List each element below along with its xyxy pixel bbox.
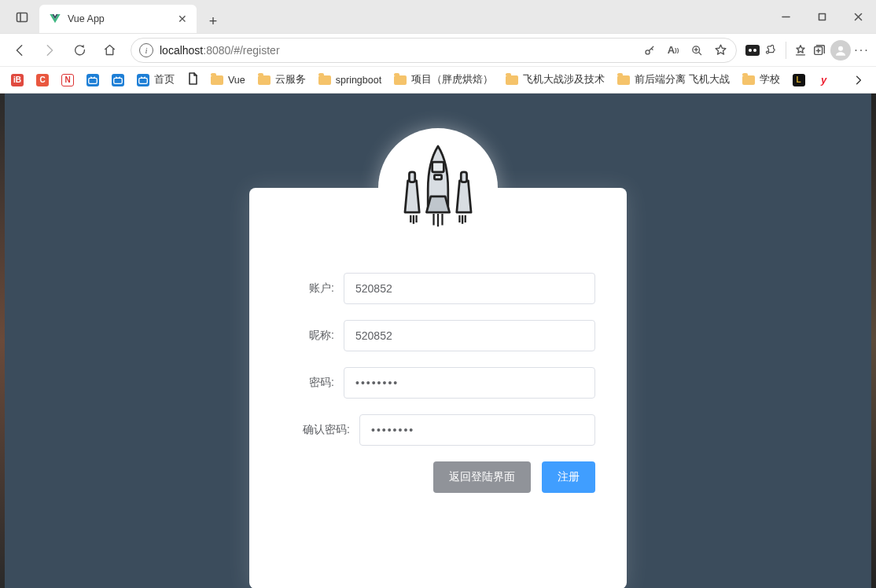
- zoom-icon[interactable]: [689, 42, 705, 58]
- confirm-password-label: 确认密码:: [281, 423, 359, 437]
- bookmark-label: springboot: [336, 75, 381, 86]
- svg-rect-0: [17, 13, 28, 22]
- bookmark-label: 首页: [154, 73, 175, 86]
- site-info-icon[interactable]: i: [139, 43, 153, 57]
- bookmark-folder-planegame[interactable]: 前后端分离 飞机大战: [613, 71, 734, 89]
- svg-rect-22: [432, 162, 444, 172]
- bookmark-icon: N: [61, 74, 74, 86]
- tab-close-icon[interactable]: ✕: [178, 13, 187, 25]
- overflow-menu-icon[interactable]: ···: [854, 42, 870, 58]
- password-input[interactable]: [344, 367, 595, 399]
- svg-rect-24: [409, 172, 414, 182]
- tab-strip-icon[interactable]: [9, 5, 35, 30]
- bookmark-folder-project[interactable]: 项目（胖虎烘焙）: [389, 71, 498, 89]
- window-maximize-button[interactable]: [804, 0, 840, 33]
- nickname-label: 昵称:: [281, 329, 344, 343]
- bookmark-folder-school[interactable]: 学校: [738, 71, 785, 89]
- toolbar-app-icon[interactable]: [745, 42, 760, 58]
- extensions-puzzle-icon[interactable]: [764, 42, 779, 58]
- register-button[interactable]: 注册: [542, 461, 595, 493]
- bookmark-item[interactable]: [107, 72, 129, 89]
- svg-rect-3: [819, 13, 825, 20]
- browser-tab-active[interactable]: Vue App ✕: [39, 5, 197, 33]
- nickname-input[interactable]: [344, 320, 595, 351]
- svg-rect-25: [461, 172, 466, 182]
- vue-favicon-icon: [49, 13, 61, 25]
- bookmark-label: 云服务: [275, 73, 306, 86]
- folder-icon: [617, 75, 630, 85]
- password-key-icon[interactable]: [642, 42, 657, 58]
- read-aloud-icon[interactable]: A)): [665, 42, 681, 58]
- back-to-login-button[interactable]: 返回登陆界面: [433, 461, 531, 493]
- bookmark-item[interactable]: C: [31, 72, 53, 89]
- confirm-password-input[interactable]: [359, 414, 595, 446]
- account-input[interactable]: [344, 273, 595, 304]
- svg-point-13: [753, 49, 756, 52]
- svg-rect-20: [114, 78, 123, 83]
- folder-icon: [742, 75, 755, 85]
- nav-refresh-button[interactable]: [66, 37, 93, 64]
- nav-back-button[interactable]: [6, 37, 33, 64]
- bookmark-home[interactable]: 首页: [132, 71, 179, 89]
- bookmarks-overflow-button[interactable]: [848, 72, 870, 89]
- form-row-confirm-password: 确认密码:: [281, 414, 595, 446]
- form-row-nickname: 昵称:: [281, 320, 595, 351]
- spaceship-icon: [388, 138, 488, 238]
- bookmark-icon: y: [818, 74, 830, 86]
- bilibili-icon: [137, 74, 149, 86]
- browser-chrome: Vue App ✕ + i localhost:8080/#/register …: [0, 0, 876, 94]
- bookmark-item[interactable]: [182, 70, 203, 90]
- bookmark-item[interactable]: [82, 72, 104, 89]
- folder-icon: [506, 75, 518, 85]
- folder-icon: [318, 75, 331, 85]
- page-icon: [187, 72, 198, 87]
- page-viewport: 账户: 昵称: 密码: 确认密码: 返回登陆界面 注册: [0, 94, 876, 588]
- bookmark-item[interactable]: N: [57, 72, 79, 89]
- window-close-button[interactable]: [840, 0, 876, 33]
- account-label: 账户:: [281, 281, 344, 296]
- bookmark-icon: C: [36, 74, 49, 86]
- bookmarks-bar: iB C N 首页 Vue 云服务 springboot 项目（胖虎烘焙） 飞机…: [0, 66, 876, 93]
- bookmark-item[interactable]: L: [788, 72, 810, 89]
- password-label: 密码:: [281, 376, 344, 390]
- titlebar: Vue App ✕ +: [0, 0, 876, 33]
- bookmark-label: Vue: [228, 75, 245, 86]
- favorite-star-icon[interactable]: [712, 42, 728, 58]
- profile-avatar-icon[interactable]: [830, 40, 851, 61]
- bookmark-folder-cloud[interactable]: 云服务: [253, 71, 311, 89]
- new-tab-button[interactable]: +: [201, 9, 225, 33]
- svg-rect-21: [139, 78, 148, 83]
- svg-point-18: [838, 46, 843, 50]
- bookmark-label: 飞机大战涉及技术: [523, 73, 605, 86]
- avatar-image: [378, 128, 498, 248]
- decorative-edge: [871, 94, 876, 588]
- collections-icon[interactable]: [812, 42, 827, 58]
- decorative-edge: [0, 94, 5, 588]
- register-card: 账户: 昵称: 密码: 确认密码: 返回登陆界面 注册: [249, 188, 627, 588]
- folder-icon: [211, 75, 223, 85]
- nav-home-button[interactable]: [96, 37, 123, 64]
- svg-rect-19: [89, 78, 98, 83]
- nav-forward-button[interactable]: [36, 37, 63, 64]
- url-box[interactable]: i localhost:8080/#/register A)): [131, 38, 737, 63]
- url-path: :8080/#/register: [203, 44, 279, 57]
- bookmark-item[interactable]: y: [813, 72, 835, 89]
- bookmark-folder-springboot[interactable]: springboot: [314, 72, 386, 88]
- bilibili-icon: [86, 74, 99, 86]
- bilibili-icon: [112, 74, 124, 86]
- favorites-list-icon[interactable]: [793, 42, 808, 58]
- form-row-account: 账户:: [281, 273, 595, 304]
- svg-point-12: [749, 49, 752, 52]
- bookmark-folder-planetech[interactable]: 飞机大战涉及技术: [501, 71, 609, 89]
- bookmark-folder-vue[interactable]: Vue: [206, 72, 250, 88]
- bookmark-icon: L: [793, 74, 805, 86]
- folder-icon: [258, 75, 271, 85]
- bookmark-label: 前后端分离 飞机大战: [635, 73, 729, 86]
- url-host: localhost: [160, 44, 203, 57]
- window-controls: [767, 0, 876, 33]
- window-minimize-button[interactable]: [767, 0, 804, 33]
- bookmark-item[interactable]: iB: [6, 72, 28, 89]
- bookmark-label: 学校: [760, 73, 780, 86]
- button-row: 返回登陆界面 注册: [281, 461, 595, 493]
- url-text: localhost:8080/#/register: [160, 44, 280, 57]
